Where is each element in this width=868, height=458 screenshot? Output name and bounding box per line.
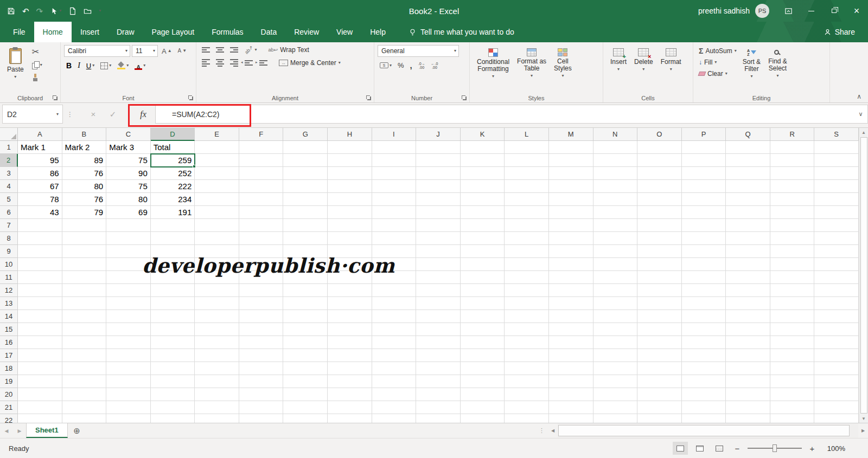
cell-H22[interactable] <box>328 414 372 423</box>
cell-C14[interactable] <box>106 310 151 323</box>
cell-H16[interactable] <box>328 336 372 349</box>
delete-cells-button[interactable]: × Delete ▾ <box>630 45 657 93</box>
cell-S6[interactable] <box>814 206 859 219</box>
cell-D6[interactable]: 191 <box>151 206 195 219</box>
clipboard-dialog-launcher[interactable] <box>52 95 58 101</box>
cell-L22[interactable] <box>505 414 549 423</box>
cell-E2[interactable] <box>195 154 239 167</box>
cell-S12[interactable] <box>814 284 859 297</box>
cell-Q22[interactable] <box>726 414 770 423</box>
cell-G19[interactable] <box>283 375 328 388</box>
cell-I2[interactable] <box>372 154 417 167</box>
cell-M3[interactable] <box>549 167 593 180</box>
ribbon-display-options-button[interactable] <box>777 0 800 22</box>
align-bottom-button[interactable] <box>228 46 240 54</box>
page-layout-view-button[interactable] <box>692 442 707 455</box>
cell-F6[interactable] <box>239 206 284 219</box>
cell-S3[interactable] <box>814 167 859 180</box>
cell-P13[interactable] <box>682 297 726 310</box>
fill-color-button[interactable]: ▾ <box>115 60 131 71</box>
clear-button[interactable]: Clear▾ <box>697 69 739 79</box>
cell-F13[interactable] <box>239 297 284 310</box>
cell-G21[interactable] <box>283 401 328 414</box>
cell-J20[interactable] <box>416 388 461 401</box>
cell-Q10[interactable] <box>726 258 770 271</box>
cell-R7[interactable] <box>770 219 815 232</box>
tell-me-box[interactable]: Tell me what you want to do <box>409 22 514 42</box>
cell-C7[interactable] <box>106 219 151 232</box>
cell-B15[interactable] <box>62 323 107 336</box>
cell-D2[interactable]: 259 <box>151 154 195 167</box>
cell-I19[interactable] <box>372 375 417 388</box>
scroll-right-button[interactable]: ▶ <box>858 423 868 438</box>
row-header-11[interactable]: 11 <box>0 271 18 284</box>
cell-D3[interactable]: 252 <box>151 167 195 180</box>
cell-F10[interactable] <box>239 258 284 271</box>
cell-B20[interactable] <box>62 388 107 401</box>
cell-S21[interactable] <box>814 401 859 414</box>
copy-button[interactable]: ▾ <box>30 60 44 70</box>
number-format-combo[interactable]: General▾ <box>378 45 459 57</box>
cell-K21[interactable] <box>461 401 505 414</box>
column-header-D[interactable]: D <box>151 128 195 141</box>
cell-K12[interactable] <box>461 284 505 297</box>
cell-C12[interactable] <box>106 284 151 297</box>
align-center-button[interactable] <box>214 57 226 68</box>
cell-R15[interactable] <box>770 323 815 336</box>
cell-M8[interactable] <box>549 232 593 245</box>
cell-A14[interactable] <box>18 310 62 323</box>
cell-N7[interactable] <box>593 219 638 232</box>
cell-M15[interactable] <box>549 323 593 336</box>
minimize-button[interactable] <box>800 0 822 22</box>
cell-P6[interactable] <box>682 206 726 219</box>
cell-H6[interactable] <box>328 206 372 219</box>
cell-Q13[interactable] <box>726 297 770 310</box>
cell-Q9[interactable] <box>726 245 770 258</box>
scroll-up-button[interactable]: ▲ <box>859 128 868 137</box>
cell-I18[interactable] <box>372 362 417 375</box>
cell-B6[interactable]: 79 <box>62 206 107 219</box>
sheet-nav-right-button[interactable]: ▶ <box>13 423 26 438</box>
cell-P21[interactable] <box>682 401 726 414</box>
borders-button[interactable]: ▾ <box>98 61 113 71</box>
cell-O19[interactable] <box>637 375 682 388</box>
cell-H21[interactable] <box>328 401 372 414</box>
cell-F2[interactable] <box>239 154 284 167</box>
format-painter-button[interactable] <box>30 72 44 83</box>
cell-M5[interactable] <box>549 193 593 206</box>
cell-P16[interactable] <box>682 336 726 349</box>
cell-G17[interactable] <box>283 349 328 362</box>
row-header-3[interactable]: 3 <box>0 167 18 180</box>
bold-button[interactable]: B <box>64 60 74 72</box>
cell-E16[interactable] <box>195 336 239 349</box>
cell-K15[interactable] <box>461 323 505 336</box>
row-header-10[interactable]: 10 <box>0 258 18 271</box>
percent-style-button[interactable]: % <box>395 60 406 71</box>
cell-C5[interactable]: 80 <box>106 193 151 206</box>
cell-F9[interactable] <box>239 245 284 258</box>
tab-help[interactable]: Help <box>361 22 394 42</box>
cell-J12[interactable] <box>416 284 461 297</box>
align-right-button[interactable] <box>228 57 240 68</box>
cell-P2[interactable] <box>682 154 726 167</box>
increase-font-size-button[interactable]: A▲ <box>159 46 174 56</box>
cell-H9[interactable] <box>328 245 372 258</box>
sheet-tab-sheet1[interactable]: Sheet1 <box>26 423 68 438</box>
cell-K8[interactable] <box>461 232 505 245</box>
cell-D1[interactable]: Total <box>151 141 195 154</box>
cell-C9[interactable] <box>106 245 151 258</box>
cell-R22[interactable] <box>770 414 815 423</box>
align-top-button[interactable] <box>200 46 212 54</box>
horizontal-scroll-thumb[interactable] <box>558 425 850 436</box>
cell-B5[interactable]: 76 <box>62 193 107 206</box>
cell-P7[interactable] <box>682 219 726 232</box>
cell-E1[interactable] <box>195 141 239 154</box>
cell-N10[interactable] <box>593 258 638 271</box>
cell-B8[interactable] <box>62 232 107 245</box>
tab-home[interactable]: Home <box>34 22 72 42</box>
row-header-16[interactable]: 16 <box>0 336 18 349</box>
cell-L16[interactable] <box>505 336 549 349</box>
cell-O3[interactable] <box>637 167 682 180</box>
cell-C11[interactable] <box>106 271 151 284</box>
cell-I3[interactable] <box>372 167 417 180</box>
